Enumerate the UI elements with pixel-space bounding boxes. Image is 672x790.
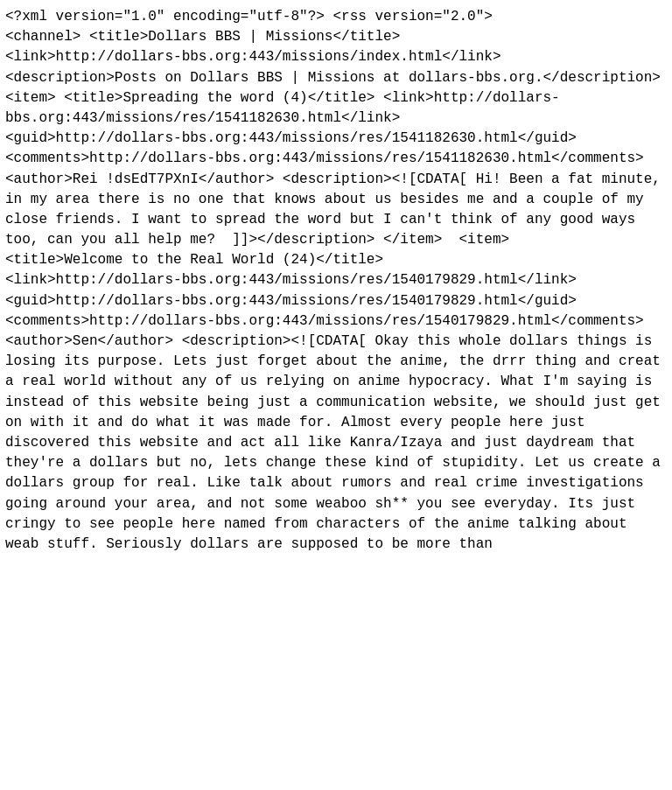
main-content: <?xml version="1.0" encoding="utf-8"?> <… (0, 0, 672, 562)
xml-content: <?xml version="1.0" encoding="utf-8"?> <… (5, 7, 667, 555)
